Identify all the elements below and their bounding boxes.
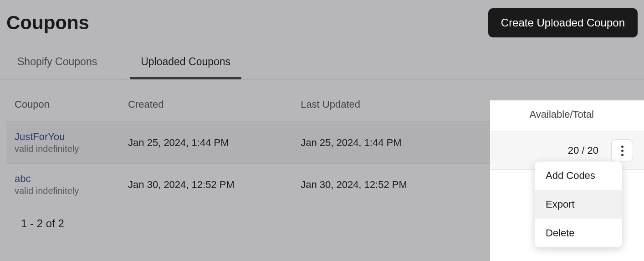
coupon-created: Jan 25, 2024, 1:44 PM [120, 122, 292, 164]
coupon-available-total-highlight: 20 / 20 [568, 145, 598, 157]
menu-export[interactable]: Export [535, 190, 622, 219]
menu-add-codes[interactable]: Add Codes [535, 162, 622, 190]
coupon-validity: valid indefinitely [15, 186, 112, 196]
row-actions-button-active[interactable] [611, 139, 633, 162]
page-title: Coupons [6, 12, 89, 34]
tabs: Shopify Coupons Uploaded Coupons [0, 37, 644, 79]
row-actions-menu: Add Codes Export Delete [535, 162, 622, 247]
col-available-highlight: Available/Total [490, 100, 644, 131]
tab-uploaded-coupons[interactable]: Uploaded Coupons [130, 56, 241, 79]
col-created: Created [120, 93, 292, 122]
col-coupon: Coupon [6, 93, 120, 122]
coupon-name-link[interactable]: abc [15, 173, 112, 185]
col-updated: Last Updated [292, 93, 465, 122]
tab-shopify-coupons[interactable]: Shopify Coupons [6, 56, 108, 79]
coupon-updated: Jan 25, 2024, 1:44 PM [292, 122, 465, 164]
coupon-validity: valid indefinitely [15, 144, 112, 154]
coupon-created: Jan 30, 2024, 12:52 PM [120, 164, 292, 206]
menu-delete[interactable]: Delete [535, 219, 622, 247]
coupon-updated: Jan 30, 2024, 12:52 PM [292, 164, 465, 206]
create-uploaded-coupon-button[interactable]: Create Uploaded Coupon [488, 8, 638, 37]
coupon-name-link[interactable]: JustForYou [15, 131, 112, 143]
kebab-icon [621, 146, 624, 156]
